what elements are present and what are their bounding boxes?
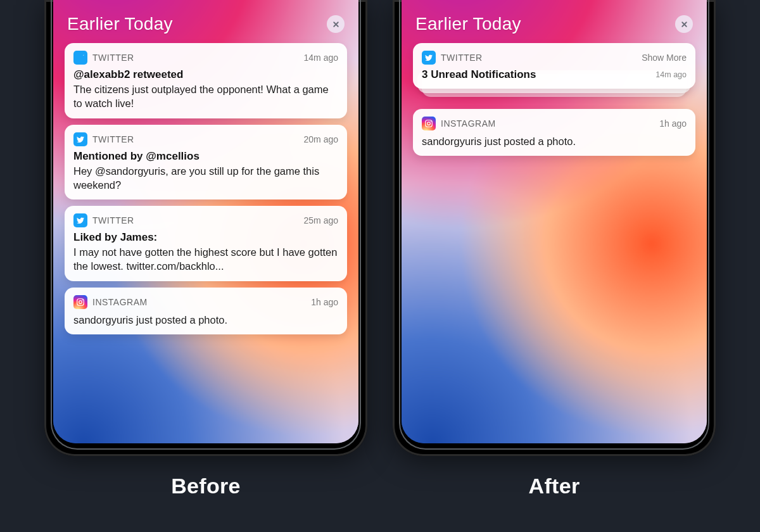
notification-time: 14m ago xyxy=(656,70,687,79)
section-title: Earlier Today xyxy=(67,14,173,34)
notification-section-header: Earlier Today xyxy=(402,0,707,43)
notification-title: Liked by James: xyxy=(73,231,338,244)
notification-body: sandorgyuris just posted a photo. xyxy=(73,313,338,327)
notification-body: The citizens just outplayed the opponent… xyxy=(73,82,338,111)
instagram-icon xyxy=(73,295,87,309)
phone-frame: Earlier Today xyxy=(393,0,716,456)
caption-before: Before xyxy=(171,474,241,498)
instagram-icon xyxy=(422,117,436,130)
phone-screen: Earlier Today TWITTER 1 xyxy=(53,0,358,443)
twitter-icon xyxy=(73,213,87,227)
notification-title: @alexabb2 retweeted xyxy=(73,68,338,81)
close-icon[interactable] xyxy=(327,15,345,33)
notification-time: 25m ago xyxy=(304,215,338,225)
svg-point-1 xyxy=(79,300,82,303)
twitter-icon xyxy=(73,51,87,65)
notification-card[interactable]: TWITTER 25m ago Liked by James: I may no… xyxy=(65,206,347,281)
notification-time: 14m ago xyxy=(304,53,338,63)
notification-time: 1h ago xyxy=(311,297,338,307)
notification-card[interactable]: TWITTER 20m ago Mentioned by @mcellios H… xyxy=(65,125,347,200)
svg-point-2 xyxy=(82,300,83,300)
notification-title: Mentioned by @mcellios xyxy=(73,150,338,163)
notification-body: I may not have gotten the highest score … xyxy=(73,245,338,274)
grouped-notification[interactable]: TWITTER Show More 3 Unread Notifications… xyxy=(413,43,695,89)
notification-list: TWITTER Show More 3 Unread Notifications… xyxy=(402,43,707,156)
grouped-summary: 3 Unread Notifications xyxy=(422,68,536,81)
notification-list: TWITTER 14m ago @alexabb2 retweeted The … xyxy=(53,43,358,334)
comparison-container: Earlier Today TWITTER 1 xyxy=(13,0,747,498)
svg-point-4 xyxy=(428,122,431,125)
close-icon[interactable] xyxy=(675,15,693,33)
twitter-icon xyxy=(422,51,436,65)
app-name: TWITTER xyxy=(92,53,134,63)
notification-body: Hey @sandorgyuris, are you still up for … xyxy=(73,164,338,193)
notification-card[interactable]: TWITTER 14m ago @alexabb2 retweeted The … xyxy=(65,43,347,118)
show-more-button[interactable]: Show More xyxy=(642,53,687,63)
app-name: TWITTER xyxy=(441,53,483,63)
notification-body: sandorgyuris just posted a photo. xyxy=(422,134,687,148)
caption-after: After xyxy=(529,474,580,498)
notification-card[interactable]: INSTAGRAM 1h ago sandorgyuris just poste… xyxy=(413,109,695,156)
svg-point-5 xyxy=(431,121,431,122)
notification-card[interactable]: INSTAGRAM 1h ago sandorgyuris just poste… xyxy=(65,288,347,334)
section-title: Earlier Today xyxy=(415,14,521,34)
app-name: INSTAGRAM xyxy=(92,297,148,307)
after-side: Earlier Today xyxy=(393,0,716,498)
notification-time: 20m ago xyxy=(304,134,338,144)
notification-time: 1h ago xyxy=(659,118,687,129)
app-name: TWITTER xyxy=(92,134,134,144)
before-side: Earlier Today TWITTER 1 xyxy=(44,0,367,498)
phone-frame: Earlier Today TWITTER 1 xyxy=(44,0,367,456)
phone-screen: Earlier Today xyxy=(402,0,707,443)
twitter-icon xyxy=(73,132,87,146)
app-name: INSTAGRAM xyxy=(441,118,496,129)
notification-section-header: Earlier Today xyxy=(53,0,358,43)
app-name: TWITTER xyxy=(92,215,134,225)
